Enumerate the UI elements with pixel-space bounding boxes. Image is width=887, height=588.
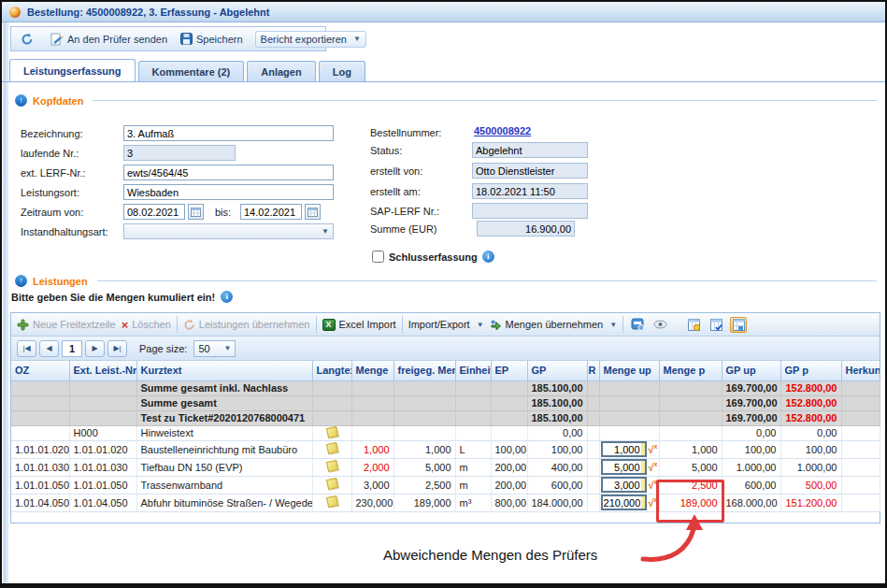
column-header-gp-p[interactable]: GP p <box>780 361 841 380</box>
apply-services-button[interactable]: Leistungen übernehmen <box>183 319 310 331</box>
instandhaltungsart-select[interactable]: ▼ <box>123 223 334 239</box>
cell-kurztext: Tiefbau DN 150 (EVP) <box>136 458 312 476</box>
grid-view-active-button[interactable] <box>730 317 747 333</box>
refresh-button[interactable] <box>16 31 38 48</box>
leistungsort-field[interactable] <box>123 184 334 200</box>
von-calendar-button[interactable] <box>188 204 204 220</box>
cell-oz: 1.01.01.020 <box>11 440 69 458</box>
summary-gp-p: 152.800,00 <box>780 410 841 425</box>
leistungen-title: Leistungen <box>33 276 88 287</box>
column-header-menge-up[interactable]: Menge up <box>599 361 659 380</box>
tab-anlagen[interactable]: Anlagen <box>247 61 315 82</box>
cell-gp: 100,00 <box>527 440 587 458</box>
schlusserfassung-checkbox[interactable] <box>372 251 384 263</box>
cell-gp-up: 1.000,00 <box>722 458 780 476</box>
columns-config-button[interactable] <box>629 317 646 333</box>
send-to-reviewer-label: An den Prüfer senden <box>67 34 167 45</box>
current-page-indicator[interactable]: 1 <box>62 340 82 357</box>
window-title-bar: Bestellung: 4500008922, 3. Erfassung - A… <box>2 2 885 22</box>
cell-menge-p: 1,000 <box>659 440 722 458</box>
cell-gp-p: 100,00 <box>780 440 841 458</box>
langtext-note-icon[interactable] <box>325 495 337 508</box>
page-size-label: Page size: <box>139 343 187 354</box>
menge-up-input[interactable] <box>603 496 641 509</box>
apply-quantity-icon[interactable]: √x <box>649 462 658 473</box>
zeitraum-von-field[interactable] <box>123 204 185 220</box>
next-page-button[interactable]: ▶ <box>85 340 105 357</box>
grid-expand-icon <box>733 319 745 331</box>
column-header-ext-leist-nr[interactable]: Ext. Leist.-Nr. <box>69 361 136 380</box>
bezeichnung-field[interactable] <box>123 125 334 141</box>
bis-calendar-button[interactable] <box>305 204 321 220</box>
column-header-ep[interactable]: EP <box>491 361 527 380</box>
apply-quantities-button[interactable]: Mengen übernehmen ▼ <box>490 319 618 331</box>
preview-button[interactable] <box>651 317 668 333</box>
last-page-button[interactable]: ▶| <box>107 340 127 357</box>
save-label: Speichern <box>196 34 243 45</box>
column-header-langtext[interactable]: Langtext <box>312 361 351 380</box>
column-header-einheit[interactable]: Einheit <box>455 361 491 380</box>
grid-view-check-button[interactable] <box>708 317 724 333</box>
kopfdaten-section-header: ↑ Kopfdaten <box>15 94 877 107</box>
bestellnummer-link[interactable]: 4500008922 <box>474 125 531 136</box>
column-header-freigeg-menge[interactable]: freigeg. Menge <box>393 361 455 380</box>
column-header-menge-p[interactable]: Menge p <box>659 361 722 380</box>
cell-menge: 230,000 <box>351 494 393 511</box>
chevron-down-icon: ▼ <box>322 227 329 236</box>
summary-row: Summe gesamt inkl. Nachlass 185.100,00 1… <box>11 380 880 395</box>
zeitraum-von-label: Zeitraum von: <box>21 207 83 218</box>
langtext-note-icon[interactable] <box>325 478 337 490</box>
menge-up-input[interactable] <box>603 443 641 455</box>
summary-gp-p: 152.800,00 <box>780 395 841 410</box>
first-page-button[interactable]: |◀ <box>17 340 36 357</box>
table-row: 1.01.01.050 1.01.01.050 Trassenwarnband … <box>11 476 880 494</box>
tab-log[interactable]: Log <box>319 61 365 82</box>
new-freetext-row-button[interactable]: Neue Freitextzeile <box>17 319 116 331</box>
delete-button[interactable]: × Löschen <box>122 319 171 330</box>
cell-gp: 0,00 <box>527 425 587 440</box>
column-header-oz[interactable]: OZ <box>11 361 69 380</box>
collapse-up-icon[interactable]: ↑ <box>15 275 27 287</box>
menge-up-field-wrap <box>601 441 647 457</box>
cell-gp-p: 500,00 <box>780 476 841 494</box>
cell-einheit: m <box>455 458 491 476</box>
summary-gp-up: 169.700,00 <box>722 380 780 395</box>
info-icon[interactable]: i <box>221 291 233 303</box>
prev-page-button[interactable]: ◀ <box>39 340 59 357</box>
grid-view-warning-button[interactable] <box>685 317 702 333</box>
export-report-label: Bericht exportieren <box>261 34 347 45</box>
ext-lerf-nr-field[interactable] <box>123 165 334 180</box>
export-report-button[interactable]: Bericht exportieren ▼ <box>255 31 366 48</box>
tab-kommentare[interactable]: Kommentare (2) <box>138 61 245 82</box>
column-header-gp[interactable]: GP <box>527 361 587 380</box>
tab-leistungserfassung[interactable]: Leistungserfassung <box>9 59 136 82</box>
cell-kurztext: Hinweistext <box>136 425 312 440</box>
langtext-note-icon[interactable] <box>325 425 337 437</box>
send-to-reviewer-button[interactable]: An den Prüfer senden <box>46 31 172 48</box>
column-header-herkunft[interactable]: Herkunft <box>841 361 880 380</box>
table-header-row: OZ Ext. Leist.-Nr. Kurztext Langtext Men… <box>11 361 880 380</box>
zeitraum-bis-field[interactable] <box>240 204 302 220</box>
save-button[interactable]: Speichern <box>176 31 248 47</box>
table-row: 1.01.04.050 1.01.04.050 Abfuhr bituminös… <box>11 494 880 511</box>
new-freetext-row-label: Neue Freitextzeile <box>33 319 116 330</box>
langtext-note-icon[interactable] <box>325 460 337 472</box>
erstellt-von-label: erstellt von: <box>370 165 422 177</box>
page-size-select[interactable]: 50 ▼ <box>193 340 236 357</box>
column-header-menge[interactable]: Menge <box>351 361 393 380</box>
delete-icon: × <box>122 320 129 330</box>
apply-quantity-icon[interactable]: √x <box>649 444 658 455</box>
table-row: 1.01.01.030 1.01.01.030 Tiefbau DN 150 (… <box>11 458 880 476</box>
langtext-note-icon[interactable] <box>325 442 337 454</box>
import-export-button[interactable]: Import/Export ▼ <box>408 319 484 330</box>
column-header-gp-up[interactable]: GP up <box>722 361 780 380</box>
cell-einheit: L <box>455 440 491 458</box>
column-header-kurztext[interactable]: Kurztext <box>136 361 312 380</box>
excel-import-button[interactable]: X Excel Import <box>322 319 396 331</box>
info-icon[interactable]: i <box>482 251 494 263</box>
column-header-r[interactable]: R <box>587 361 599 380</box>
collapse-up-icon[interactable]: ↑ <box>15 94 27 107</box>
menge-up-input[interactable] <box>603 479 641 491</box>
status-label: Status: <box>370 145 402 156</box>
menge-up-input[interactable] <box>603 461 641 473</box>
